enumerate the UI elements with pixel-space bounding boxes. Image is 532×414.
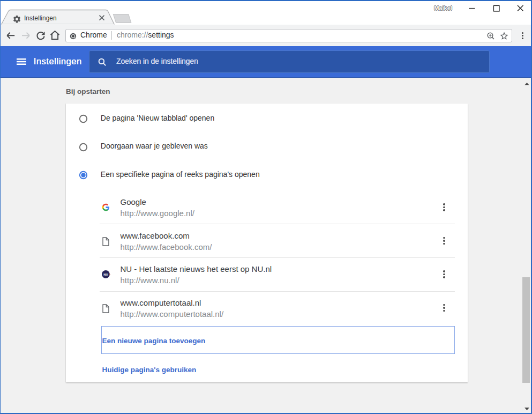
svg-text:NU: NU bbox=[103, 273, 108, 276]
